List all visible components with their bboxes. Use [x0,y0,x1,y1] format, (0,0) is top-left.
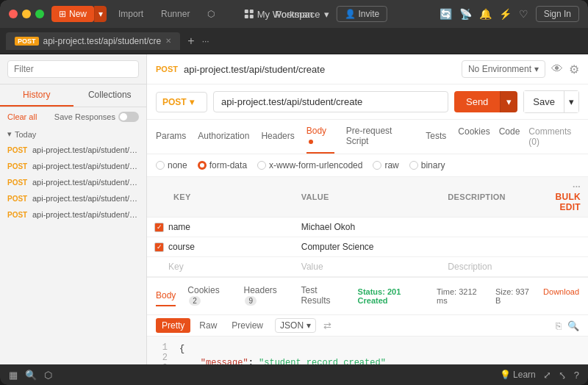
body-option-urlencoded[interactable]: x-www-form-urlencoded [257,160,362,170]
list-item[interactable]: POST api-project.test/api/student/create [0,206,146,223]
request-area: POST api-project.test/api/student/create… [147,54,588,364]
sync-icon[interactable]: 🔄 [440,8,452,20]
environment-select[interactable]: No Environment ▾ [462,60,545,78]
new-value-cell[interactable]: Value [294,257,441,277]
new-key-cell[interactable]: Key [147,257,294,277]
tab-close-button[interactable]: ✕ [165,37,171,45]
value-cell[interactable]: Michael Okoh [294,217,441,237]
add-row: Key Value Description [147,257,588,277]
resp-tab-cookies[interactable]: Cookies 2 [187,281,232,312]
bulk-edit-button[interactable]: Bulk Edit [555,192,581,212]
resp-tab-body[interactable]: Body [156,286,176,306]
request-tab[interactable]: POST api-project.test/api/student/cre ✕ [6,32,180,50]
eye-icon[interactable]: 👁 [551,62,563,76]
table-more-icon[interactable]: ··· [573,181,581,192]
key-value[interactable]: name [168,222,190,232]
list-item[interactable]: POST api-project.test/api/student/create [0,174,146,190]
list-item[interactable]: POST api-project.test/api/student/create [0,190,146,206]
tab-more-button[interactable]: ··· [202,36,209,46]
title-bar: ⊞ New ▾ Import Runner ⬡ Postman My Works… [0,0,588,28]
method-badge: POST [15,37,39,46]
resp-tab-headers[interactable]: Headers 9 [243,281,289,312]
code-lines-container: 1 2 3 { "message": "student record creat… [156,342,579,364]
new-button[interactable]: ⊞ New [51,6,94,22]
new-desc-cell[interactable]: Description [440,257,548,277]
table-row: ✓ course Computer Science [147,237,588,257]
tab-tests[interactable]: Tests [426,125,446,148]
invite-button[interactable]: 👤 Invite [337,6,388,22]
fmt-tab-pretty[interactable]: Pretty [156,318,190,333]
monitor-icon[interactable]: ⬡ [201,7,220,21]
runner-button[interactable]: Runner [155,7,196,21]
add-tab-button[interactable]: + [183,35,198,48]
new-dropdown-button[interactable]: ▾ [94,6,107,22]
resp-tab-test-results[interactable]: Test Results [301,281,345,312]
list-item[interactable]: POST api-project.test/api/student/create [0,158,146,174]
tab-pre-request[interactable]: Pre-request Script [346,120,415,154]
bell-icon[interactable]: 🔔 [479,8,492,20]
download-button[interactable]: Download [543,287,579,305]
sidebar-toggle-icon[interactable]: ▦ [9,370,18,381]
row-action-cell [548,237,588,257]
desc-cell[interactable] [440,237,548,257]
tab-body[interactable]: Body [306,120,334,154]
console-icon[interactable]: ⬡ [44,370,52,381]
tab-authorization[interactable]: Authorization [198,125,249,148]
help-icon[interactable]: ? [574,370,579,381]
radio-icon[interactable]: 📡 [459,8,472,20]
save-dropdown-button[interactable]: ▾ [564,90,579,113]
filter-input[interactable] [7,60,139,78]
body-option-form-data[interactable]: form-data [198,160,247,170]
workspace-button[interactable]: My Workspace ▾ [245,9,329,20]
tab-headers[interactable]: Headers [261,125,294,148]
signin-button[interactable]: Sign In [536,6,579,22]
title-bar-left: ⊞ New ▾ Import Runner ⬡ [51,6,220,22]
send-button[interactable]: Send [454,91,500,112]
fmt-tab-raw[interactable]: Raw [193,318,223,333]
fmt-tab-preview[interactable]: Preview [226,318,269,333]
share-icon[interactable]: ⤣ [559,370,567,381]
url-input[interactable] [213,91,448,112]
row-checkbox[interactable]: ✓ [154,223,164,232]
search-bottom-icon[interactable]: 🔍 [25,370,37,381]
bottom-right: 💡 Learn ⤢ ⤣ ? [500,370,579,381]
radio-urlencoded [257,161,266,170]
cookies-link[interactable]: Cookies [458,126,490,147]
clear-all-button[interactable]: Clear all [7,112,37,121]
copy-icon[interactable]: ⎘ [556,320,562,331]
comments-link[interactable]: Comments (0) [528,126,579,147]
body-option-raw[interactable]: raw [373,160,398,170]
body-option-binary[interactable]: binary [409,160,445,170]
list-item[interactable]: POST api-project.test/api/student/create [0,142,146,158]
traffic-lights [9,10,44,18]
expand-icon[interactable]: ⤢ [543,370,551,381]
row-checkbox[interactable]: ✓ [154,242,164,252]
desc-cell[interactable] [440,217,548,237]
method-select[interactable]: POST ▾ [156,92,207,112]
search-icon[interactable]: 🔍 [567,320,579,331]
send-dropdown-button[interactable]: ▾ [500,91,517,112]
lightning-icon[interactable]: ⚡ [499,8,512,20]
close-button[interactable] [9,10,18,18]
heart-icon[interactable]: ♡ [519,8,528,20]
invite-label: Invite [359,9,380,19]
sidebar-tab-history[interactable]: History [0,84,74,107]
tab-params[interactable]: Params [156,125,186,148]
method-label: POST [7,195,28,203]
minimize-button[interactable] [22,10,31,18]
json-format-select[interactable]: JSON ▾ [275,318,316,333]
format-wrap-icon[interactable]: ⇄ [323,320,331,331]
settings-icon[interactable]: ⚙ [569,62,579,76]
method-label: POST [7,179,28,187]
save-button[interactable]: Save [523,90,564,113]
value-cell[interactable]: Computer Science [294,237,441,257]
import-button[interactable]: Import [112,7,149,21]
learn-link[interactable]: 💡 Learn [500,370,536,380]
maximize-button[interactable] [35,10,44,18]
sidebar-tab-collections[interactable]: Collections [74,84,147,107]
code-link[interactable]: Code [499,126,520,147]
save-responses-toggle[interactable] [118,112,139,122]
body-option-none[interactable]: none [156,160,187,170]
key-value[interactable]: course [168,242,195,252]
method-label: POST [7,211,28,219]
